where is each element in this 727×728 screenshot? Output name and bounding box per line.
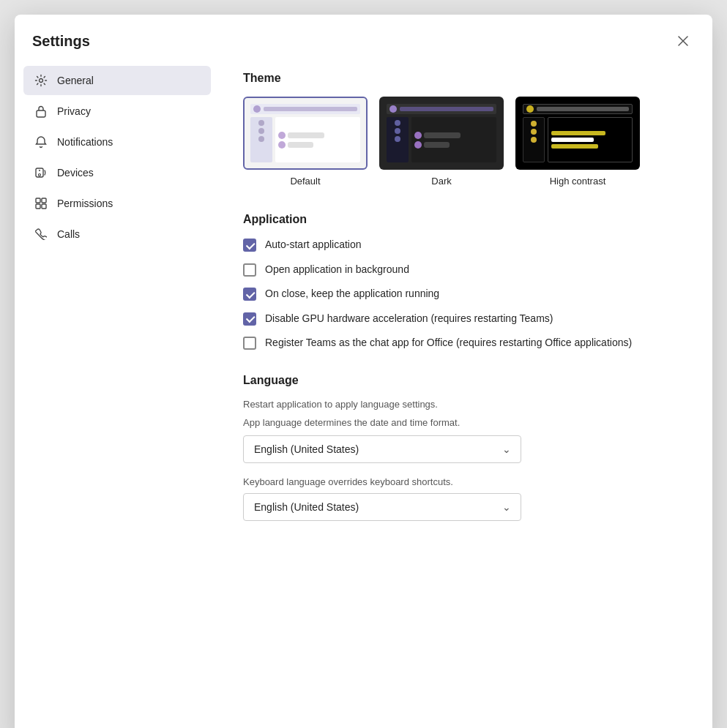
application-section: Application Auto-start application Open … [243,213,683,350]
gear-icon [34,73,48,88]
theme-label-hc: High contrast [550,176,606,187]
phone-icon [34,227,48,241]
svg-rect-7 [36,198,40,203]
svg-rect-10 [42,204,46,209]
sidebar: General Privacy [15,60,220,728]
sidebar-item-calls[interactable]: Calls [23,219,211,249]
sidebar-label-permissions: Permissions [57,198,113,209]
grid-icon [34,196,48,211]
checkbox-register-teams[interactable] [243,337,256,350]
sidebar-item-general[interactable]: General [23,66,211,95]
close-button[interactable] [671,29,695,53]
sidebar-item-permissions[interactable]: Permissions [23,189,211,218]
sidebar-item-devices[interactable]: Devices [23,158,211,187]
restart-note: Restart application to apply language se… [243,399,683,410]
checkbox-row-register-teams: Register Teams as the chat app for Offic… [243,336,683,350]
label-auto-start[interactable]: Auto-start application [265,238,362,252]
label-disable-gpu[interactable]: Disable GPU hardware acceleration (requi… [265,312,553,326]
theme-card-dark[interactable]: Dark [379,97,504,187]
svg-rect-9 [36,204,40,209]
svg-rect-3 [37,110,45,117]
theme-label-dark: Dark [431,176,451,187]
bell-icon [34,135,48,149]
sidebar-label-privacy: Privacy [57,105,91,117]
theme-card-high-contrast[interactable]: High contrast [515,97,640,187]
svg-point-2 [40,79,43,83]
svg-point-6 [39,170,40,171]
theme-label-default: Default [290,176,320,187]
label-open-background[interactable]: Open application in background [265,263,409,277]
language-section: Language Restart application to apply la… [243,374,683,521]
theme-title: Theme [243,72,683,85]
theme-section: Theme [243,72,683,187]
sidebar-label-devices: Devices [57,167,94,179]
lock-icon [34,104,48,119]
svg-point-5 [39,174,41,176]
title-bar: Settings [15,15,712,60]
theme-preview-hc [515,97,640,170]
content-area: Theme [220,60,712,728]
language-title: Language [243,374,683,387]
keyboard-language-desc: Keyboard language overrides keyboard sho… [243,476,683,487]
main-content: General Privacy [15,60,712,728]
speaker-icon [34,165,48,180]
checkbox-row-auto-start: Auto-start application [243,238,683,252]
window-title: Settings [32,33,90,50]
label-keep-running[interactable]: On close, keep the application running [265,287,439,301]
theme-preview-dark [379,97,504,170]
checkbox-row-keep-running: On close, keep the application running [243,287,683,301]
app-language-desc: App language determines the date and tim… [243,417,683,428]
sidebar-label-notifications: Notifications [57,136,113,148]
sidebar-item-notifications[interactable]: Notifications [23,127,211,157]
keyboard-language-wrapper: English (United States) Español Français… [243,493,521,521]
checkbox-row-disable-gpu: Disable GPU hardware acceleration (requi… [243,312,683,326]
checkbox-open-background[interactable] [243,263,256,277]
checkbox-auto-start[interactable] [243,239,256,252]
sidebar-item-privacy[interactable]: Privacy [23,97,211,126]
close-icon [677,35,689,47]
label-register-teams[interactable]: Register Teams as the chat app for Offic… [265,336,632,350]
app-language-select[interactable]: English (United States) Español Français… [243,435,521,463]
svg-rect-8 [42,198,46,203]
checkbox-keep-running[interactable] [243,288,256,301]
application-title: Application [243,213,683,226]
sidebar-label-general: General [57,75,94,86]
app-language-wrapper: English (United States) Español Français… [243,435,521,463]
theme-preview-default [243,97,368,170]
sidebar-label-calls: Calls [57,228,80,240]
checkbox-disable-gpu[interactable] [243,312,256,326]
theme-cards: Default [243,97,683,187]
keyboard-language-select[interactable]: English (United States) Español Français… [243,493,521,521]
settings-window: Settings General [15,15,712,728]
checkbox-row-open-background: Open application in background [243,263,683,277]
theme-card-default[interactable]: Default [243,97,368,187]
